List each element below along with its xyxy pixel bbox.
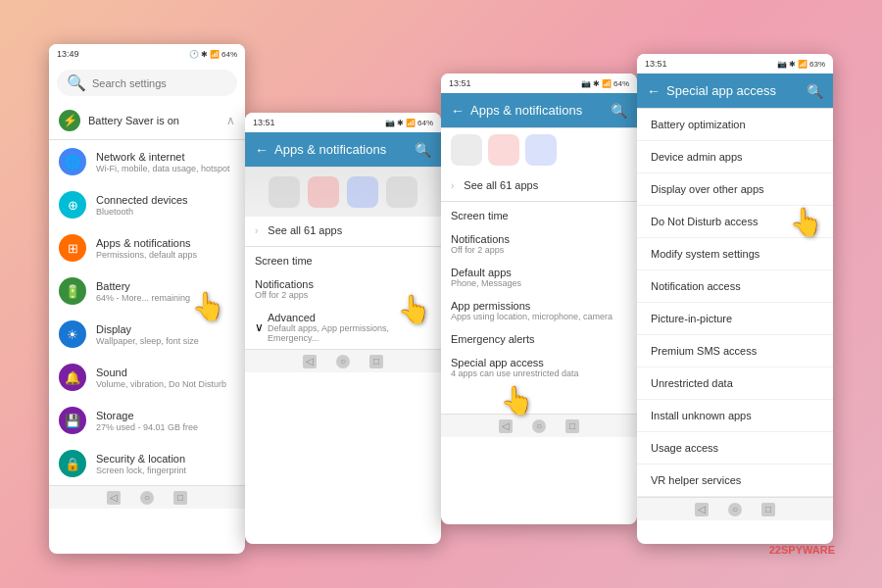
- display-over-item[interactable]: Display over other apps: [637, 173, 833, 206]
- screen3-screen-time[interactable]: Screen time: [441, 204, 637, 227]
- screen3-app-bar: ← Apps & notifications 🔍: [441, 93, 637, 128]
- screen2-blurred-apps: [245, 168, 441, 217]
- display-icon: ☀: [59, 320, 86, 348]
- nav4-back-icon[interactable]: ◁: [695, 503, 709, 516]
- screen4-status-icons: 📷 ✱ 📶 63%: [777, 60, 825, 69]
- screen3-notifications[interactable]: Notifications Off for 2 apps: [441, 227, 637, 261]
- special-access-list: Battery optimization Device admin apps D…: [637, 109, 833, 497]
- screen2-title: Apps & notifications: [274, 142, 415, 157]
- screen3-search-icon[interactable]: 🔍: [611, 103, 627, 119]
- hand-cursor-3: 👆: [500, 384, 534, 416]
- nav3-home-icon[interactable]: ○: [532, 419, 546, 433]
- screen2-search-icon[interactable]: 🔍: [415, 142, 431, 158]
- see-all-apps-item[interactable]: › See all 61 apps: [245, 217, 441, 244]
- nav2-home-icon[interactable]: ○: [336, 355, 350, 368]
- device-admin-item[interactable]: Device admin apps: [637, 141, 833, 173]
- vr-helper-item[interactable]: VR helper services: [637, 465, 833, 497]
- chevron3-right-icon: ›: [451, 180, 454, 191]
- screen4-time: 13:51: [645, 59, 667, 69]
- hand-cursor-4: 👆: [789, 206, 823, 238]
- nav3-recent-icon[interactable]: □: [565, 419, 579, 433]
- battery-saver-banner[interactable]: ⚡ Battery Saver is on ∧: [49, 102, 245, 140]
- screen3-special-access[interactable]: Special app access 4 apps can use unrest…: [441, 351, 637, 384]
- divider1: [245, 246, 441, 247]
- security-icon: 🔒: [59, 450, 86, 477]
- screen4-app-bar: ← Special app access 🔍: [637, 74, 833, 109]
- screen3-see-all[interactable]: › See all 61 apps: [441, 172, 637, 199]
- unrestricted-data-item[interactable]: Unrestricted data: [637, 368, 833, 400]
- screen3-time: 13:51: [449, 78, 471, 88]
- screen2: 13:51 📷 ✱ 📶 64% ← Apps & notifications 🔍: [245, 113, 441, 544]
- battery-saver-text: Battery Saver is on: [88, 115, 179, 126]
- nav-recent-icon[interactable]: □: [173, 491, 187, 505]
- list-item-network[interactable]: 🌐 Network & internet Wi-Fi, mobile, data…: [49, 140, 245, 183]
- screen4-nav-bar: ◁ ○ □: [637, 497, 833, 520]
- screen1-time: 13:49: [57, 49, 79, 59]
- chevron-right-icon: ›: [255, 225, 258, 236]
- screen4-title: Special app access: [666, 83, 807, 98]
- screen1-nav-bar: ◁ ○ □: [49, 485, 245, 509]
- nav-home-icon[interactable]: ○: [140, 491, 154, 505]
- screen2-back-button[interactable]: ←: [255, 142, 269, 158]
- screen3-app-permissions[interactable]: App permissions Apps using location, mic…: [441, 294, 637, 327]
- search-icon: 🔍: [67, 74, 86, 92]
- list-item-connected[interactable]: ⊕ Connected devices Bluetooth: [49, 183, 245, 226]
- advanced-header[interactable]: ∨ Advanced Default apps, App permissions…: [245, 306, 441, 349]
- screen2-time: 13:51: [253, 118, 275, 127]
- nav2-recent-icon[interactable]: □: [369, 355, 383, 368]
- screen-time-item[interactable]: Screen time: [245, 249, 441, 272]
- install-unknown-item[interactable]: Install unknown apps: [637, 400, 833, 432]
- notifications-item[interactable]: Notifications Off for 2 apps 👆: [245, 272, 441, 306]
- nav4-home-icon[interactable]: ○: [728, 503, 742, 516]
- watermark: 22SPYWARE: [769, 544, 835, 556]
- screen3-emergency[interactable]: Emergency alerts: [441, 327, 637, 351]
- premium-sms-item[interactable]: Premium SMS access: [637, 335, 833, 368]
- screenshots-container: 13:49 🕐 ✱ 📶 64% 🔍 ⚡ Battery Saver is on …: [39, 24, 843, 564]
- nav2-back-icon[interactable]: ◁: [303, 355, 317, 368]
- screen3-nav-bar: ◁ ○ □: [441, 414, 637, 437]
- list-item-security[interactable]: 🔒 Security & location Screen lock, finge…: [49, 442, 245, 485]
- divider3: [441, 201, 637, 202]
- search-bar[interactable]: 🔍: [57, 70, 237, 96]
- screen3-status-bar: 13:51 📷 ✱ 📶 64%: [441, 74, 637, 93]
- screen3-blurred-apps: [441, 128, 637, 172]
- list-item-storage[interactable]: 💾 Storage 27% used - 94.01 GB free: [49, 399, 245, 442]
- watermark-text: 2SPYWARE: [775, 544, 835, 556]
- nav4-recent-icon[interactable]: □: [761, 503, 775, 516]
- screen4: 13:51 📷 ✱ 📶 63% ← Special app access 🔍 B…: [637, 54, 833, 544]
- battery-list-icon: 🔋: [59, 277, 86, 305]
- screen2-status-bar: 13:51 📷 ✱ 📶 64%: [245, 113, 441, 132]
- screen4-back-button[interactable]: ←: [647, 83, 661, 99]
- pip-item[interactable]: Picture-in-picture: [637, 303, 833, 335]
- screen1-status-bar: 13:49 🕐 ✱ 📶 64%: [49, 44, 245, 64]
- list-item-display[interactable]: ☀ Display Wallpaper, sleep, font size: [49, 313, 245, 356]
- nav3-back-icon[interactable]: ◁: [499, 419, 513, 433]
- screen3-title: Apps & notifications: [470, 103, 611, 118]
- apps-icon: ⊞: [59, 234, 86, 262]
- chevron-down-icon: ∨: [255, 320, 264, 334]
- notification-access-item[interactable]: Notification access: [637, 270, 833, 303]
- usage-access-item[interactable]: Usage access: [637, 432, 833, 465]
- screen3: 13:51 📷 ✱ 📶 64% ← Apps & notifications 🔍…: [441, 74, 637, 524]
- list-item-battery[interactable]: 🔋 Battery 64% - More... remaining 👆: [49, 270, 245, 313]
- search-input[interactable]: [92, 77, 227, 89]
- collapse-arrow-icon: ∧: [226, 114, 235, 127]
- screen1-status-icons: 🕐 ✱ 📶 64%: [189, 50, 237, 59]
- sound-icon: 🔔: [59, 364, 86, 391]
- screen2-status-icons: 📷 ✱ 📶 64%: [385, 119, 433, 127]
- screen4-search-icon[interactable]: 🔍: [807, 83, 823, 99]
- storage-icon: 💾: [59, 407, 86, 434]
- nav-back-icon[interactable]: ◁: [107, 491, 121, 505]
- dnd-access-item[interactable]: Do Not Disturb access 👆: [637, 206, 833, 238]
- screen3-default-apps[interactable]: Default apps Phone, Messages: [441, 261, 637, 294]
- modify-system-item[interactable]: Modify system settings: [637, 238, 833, 270]
- screen1: 13:49 🕐 ✱ 📶 64% 🔍 ⚡ Battery Saver is on …: [49, 44, 245, 554]
- screen2-nav-bar: ◁ ○ □: [245, 349, 441, 372]
- battery-optimization-item[interactable]: Battery optimization: [637, 109, 833, 141]
- list-item-sound[interactable]: 🔔 Sound Volume, vibration, Do Not Distur…: [49, 356, 245, 399]
- screen3-status-icons: 📷 ✱ 📶 64%: [581, 79, 629, 88]
- screen3-back-button[interactable]: ←: [451, 103, 465, 119]
- hand-cursor-area: 👆: [441, 384, 637, 414]
- connected-icon: ⊕: [59, 191, 86, 219]
- list-item-apps[interactable]: ⊞ Apps & notifications Permissions, defa…: [49, 226, 245, 270]
